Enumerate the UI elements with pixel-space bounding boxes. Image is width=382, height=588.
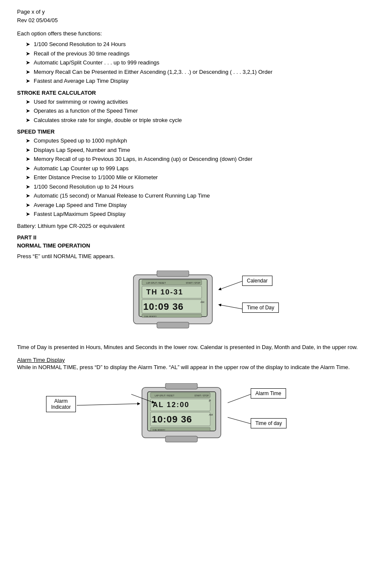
part2-label: PART II bbox=[17, 234, 365, 241]
list-item: ➤Enter Distance Precise to 1/1000 Mile o… bbox=[17, 173, 365, 182]
list-item: ➤Operates as a function of the Speed Tim… bbox=[17, 107, 365, 115]
svg-line-37 bbox=[228, 394, 251, 403]
bullet-arrow: ➤ bbox=[26, 201, 30, 210]
alarm-indicator-label: Alarm Indicator bbox=[46, 396, 76, 412]
stroke-rate-list: ➤Used for swimming or rowing activities … bbox=[17, 98, 365, 125]
svg-text:TH  10-31: TH 10-31 bbox=[146, 288, 183, 296]
calendar-label: Calendar bbox=[242, 276, 272, 286]
bullet-arrow: ➤ bbox=[26, 98, 30, 106]
list-item: ➤Memory Recall of up to Previous 30 Laps… bbox=[17, 155, 365, 163]
svg-text:10:09 36: 10:09 36 bbox=[143, 301, 184, 312]
calendar-callout-box: Calendar bbox=[242, 276, 272, 286]
list-item: ➤Fastest Lap/Maximum Speed Display bbox=[17, 210, 365, 218]
watch-display-2: LAP-SPLIT / RESET START / STOP AL 12:00 … bbox=[140, 383, 225, 446]
part2-section: PART II NORMAL TIME OPERATION bbox=[17, 234, 365, 249]
bullet-arrow: ➤ bbox=[26, 155, 30, 163]
alarm-section: Alarm Time Display While in NORMAL TIME,… bbox=[17, 357, 365, 372]
battery-info: Battery: Lithium type CR-2025 or equival… bbox=[17, 223, 365, 229]
bullet-arrow: ➤ bbox=[26, 137, 30, 145]
speed-timer-title: SPEED TIMER bbox=[17, 128, 365, 135]
list-item: ➤Automatic Lap Counter up to 999 Laps bbox=[17, 164, 365, 173]
svg-text:START / STOP: START / STOP bbox=[194, 394, 209, 397]
intro-section: Each option offers these functions: ➤1/1… bbox=[17, 30, 365, 85]
svg-rect-19 bbox=[165, 383, 197, 389]
svg-text:AM: AM bbox=[200, 301, 204, 303]
svg-text:AL  12:00: AL 12:00 bbox=[153, 401, 190, 409]
intro-label: Each option offers these functions: bbox=[17, 30, 365, 37]
svg-text:LAP-SPLIT / RESET: LAP-SPLIT / RESET bbox=[146, 282, 166, 284]
svg-line-14 bbox=[219, 281, 242, 290]
page-number: Page x of y bbox=[17, 8, 365, 16]
intro-list: ➤1/100 Second Resolution to 24 Hours ➤Re… bbox=[17, 40, 365, 85]
svg-line-35 bbox=[77, 404, 140, 405]
svg-rect-20 bbox=[165, 436, 197, 442]
alarm-time-label: Alarm Time bbox=[251, 388, 286, 399]
bullet-arrow: ➤ bbox=[26, 192, 30, 200]
bullet-arrow: ➤ bbox=[26, 40, 30, 49]
bullet-arrow: ➤ bbox=[26, 173, 30, 182]
svg-text:LAP-SPLIT / RESET: LAP-SPLIT / RESET bbox=[155, 394, 174, 397]
svg-text:DUAL MEMORY: DUAL MEMORY bbox=[153, 429, 165, 431]
time-of-day-callout-box-2: Time of day bbox=[251, 418, 286, 428]
svg-text:10:09 36: 10:09 36 bbox=[152, 414, 192, 425]
svg-line-38 bbox=[228, 417, 251, 424]
bullet-arrow: ➤ bbox=[26, 116, 30, 125]
svg-rect-1 bbox=[157, 271, 189, 277]
watch-display: LAP-SPLIT / RESET START / STOP TH 10-31 … bbox=[131, 271, 217, 332]
list-item: ➤1/100 Second Resolution up to 24 Hours bbox=[17, 183, 365, 191]
speed-timer-section: SPEED TIMER ➤Computes Speed up to 1000 m… bbox=[17, 128, 365, 218]
list-item: ➤Calculates stroke rate for single, doub… bbox=[17, 116, 365, 125]
list-item: ➤Computes Speed up to 1000 mph/kph bbox=[17, 137, 365, 145]
bullet-arrow: ➤ bbox=[26, 210, 30, 218]
svg-line-17 bbox=[219, 305, 242, 309]
alarm-text: While in NORMAL TIME, press “D” to displ… bbox=[17, 363, 365, 372]
bullet-arrow: ➤ bbox=[26, 49, 30, 58]
stroke-rate-title: STROKE RATE CALCULATOR bbox=[17, 90, 365, 96]
bullet-arrow: ➤ bbox=[26, 164, 30, 173]
alarm-title: Alarm Time Display bbox=[17, 357, 365, 363]
list-item: ➤Automatic Lap/Split Counter . . . up to… bbox=[17, 58, 365, 67]
svg-rect-2 bbox=[157, 322, 189, 328]
svg-text:AM: AM bbox=[209, 413, 213, 416]
stroke-rate-section: STROKE RATE CALCULATOR ➤Used for swimmin… bbox=[17, 90, 365, 125]
list-item: ➤Fastest and Average Lap Time Display bbox=[17, 77, 365, 85]
list-item: ➤Automatic (15 second) or Manual Release… bbox=[17, 192, 365, 200]
time-of-day-label: Time of Day bbox=[242, 303, 279, 313]
bullet-arrow: ➤ bbox=[26, 183, 30, 191]
list-item: ➤Memory Recall Can be Presented in Eithe… bbox=[17, 68, 365, 76]
list-item: ➤1/100 Second Resolution to 24 Hours bbox=[17, 40, 365, 49]
alarm-title-underline: Alarm Time Display bbox=[17, 357, 65, 363]
diagram2: LAP-SPLIT / RESET START / STOP AL 12:00 … bbox=[42, 379, 340, 460]
alarm-indicator-callout-box: Alarm Indicator bbox=[46, 396, 76, 412]
list-item: ➤Recall of the previous 30 time readings bbox=[17, 49, 365, 58]
alarm-time-callout-box: Alarm Time bbox=[251, 388, 286, 399]
page-header: Page x of y Rev 02 05/04/05 bbox=[17, 8, 365, 24]
svg-text:START / STOP: START / STOP bbox=[186, 282, 200, 284]
watch-svg-2: LAP-SPLIT / RESET START / STOP AL 12:00 … bbox=[140, 383, 225, 445]
time-of-day-label-2: Time of day bbox=[251, 418, 286, 428]
diagram1: LAP-SPLIT / RESET START / STOP TH 10-31 … bbox=[63, 266, 319, 339]
bullet-arrow: ➤ bbox=[26, 68, 30, 76]
time-of-day-callout-box: Time of Day bbox=[242, 303, 279, 313]
press-instruction: Press “E” until NORMAL TIME appears. bbox=[17, 253, 365, 259]
revision-date: Rev 02 05/04/05 bbox=[17, 16, 365, 25]
watch-svg: LAP-SPLIT / RESET START / STOP TH 10-31 … bbox=[131, 271, 217, 330]
bullet-arrow: ➤ bbox=[26, 58, 30, 67]
part2-title: NORMAL TIME OPERATION bbox=[17, 242, 365, 249]
list-item: ➤Average Lap Speed and Time Display bbox=[17, 201, 365, 210]
bullet-arrow: ➤ bbox=[26, 146, 30, 154]
bullet-arrow: ➤ bbox=[26, 107, 30, 115]
description1: Time of Day is presented in Hours, Minut… bbox=[17, 343, 365, 352]
list-item: ➤Used for swimming or rowing activities bbox=[17, 98, 365, 106]
list-item: ➤Displays Lap Speed, Number and Time bbox=[17, 146, 365, 154]
svg-text:DUAL MEMORY: DUAL MEMORY bbox=[144, 315, 157, 317]
svg-text:P: P bbox=[209, 399, 211, 402]
bullet-arrow: ➤ bbox=[26, 77, 30, 85]
speed-timer-list: ➤Computes Speed up to 1000 mph/kph ➤Disp… bbox=[17, 137, 365, 218]
